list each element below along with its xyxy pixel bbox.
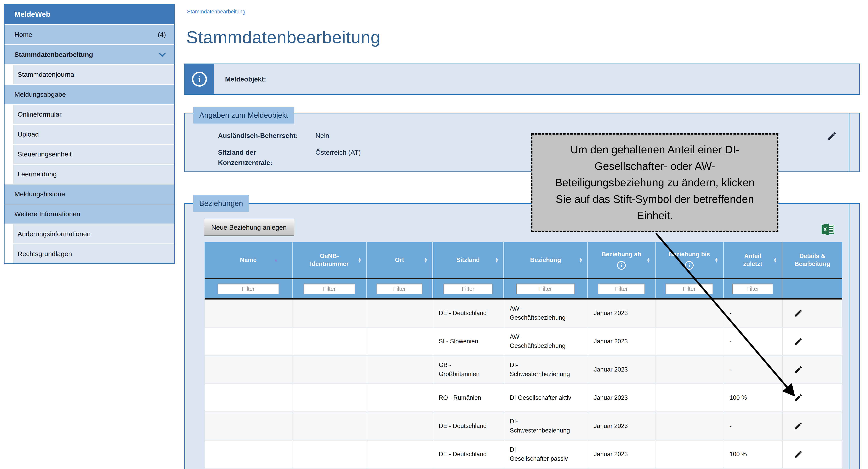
sidebar-item-änderungsinformationen[interactable]: Änderungsinformationen: [13, 224, 174, 244]
sidebar-item-weitere-informationen[interactable]: Weitere Informationen: [4, 205, 174, 223]
sidebar-item-home[interactable]: Home(4): [4, 25, 174, 44]
cell-anteil-zuletzt: -: [724, 328, 783, 355]
cell-text: AW-Geschäftsbeziehung: [510, 332, 571, 351]
cell-name: [205, 441, 293, 468]
filter-input-ort[interactable]: [377, 284, 422, 294]
panel-legend: Beziehungen: [193, 195, 249, 212]
field-label: Sitzland der Konzernzentrale:: [218, 147, 307, 168]
cell-beziehung-bis: [656, 356, 724, 383]
filter-input-beziehung-bis[interactable]: [665, 284, 713, 294]
column-label: Anteil zuletzt: [740, 252, 766, 268]
filter-cell: [367, 279, 433, 298]
cell-beziehung-ab: Januar 2023: [588, 384, 656, 411]
column-label: Sitzland: [456, 256, 480, 264]
breadcrumb[interactable]: Stammdatenbearbeitung: [187, 9, 245, 15]
column-header-sitzland[interactable]: Sitzland▲▼: [433, 242, 504, 278]
column-header-details-bearbeitung: Details & Bearbeitung: [782, 242, 842, 278]
sort-icon[interactable]: ▲▼: [715, 257, 718, 262]
sidebar-item-steuerungseinheit[interactable]: Steuerungseinheit: [13, 145, 174, 164]
column-header-beziehung-ab[interactable]: Beziehung abi▲▼: [588, 242, 655, 278]
sidebar-item-leermeldung[interactable]: Leermeldung: [13, 164, 174, 184]
sidebar-item-label: Rechtsgrundlagen: [18, 250, 72, 258]
panel-legend: Angaben zum Meldeobjekt: [193, 107, 294, 124]
cell-text: -: [730, 421, 732, 431]
row-edit-pencil-icon[interactable]: [794, 365, 803, 374]
filter-cell: [723, 279, 782, 298]
info-icon[interactable]: i: [685, 261, 693, 270]
row-edit-pencil-icon[interactable]: [794, 337, 803, 346]
cell-beziehung-ab: Januar 2023: [588, 356, 656, 383]
cell-details-bearbeitung: [783, 441, 843, 468]
table-row: RO - RumänienDI-Gesellschafter aktivJanu…: [205, 384, 842, 412]
info-icon[interactable]: i: [617, 261, 626, 270]
sort-icon[interactable]: ▲▼: [358, 257, 362, 262]
panel-inner-border: [849, 204, 849, 469]
row-edit-pencil-icon[interactable]: [794, 309, 803, 318]
column-label: Ort: [395, 256, 404, 264]
column-header-beziehung-bis[interactable]: Beziehung bisi▲▼: [655, 242, 723, 278]
table-row: DE - DeutschlandDI-SchwesternbeziehungJa…: [205, 412, 842, 441]
sidebar-item-label: Stammdatenjournal: [18, 71, 76, 78]
cell-ort: [367, 328, 433, 355]
panel-inner-border: [849, 114, 849, 171]
column-header-ort[interactable]: Ort▲▼: [367, 242, 433, 278]
sidebar-item-label: Onlineformular: [18, 111, 62, 118]
filter-input-name[interactable]: [218, 284, 279, 294]
table-row: GB - GroßbritannienDI-Schwesternbeziehun…: [205, 356, 842, 384]
row-edit-pencil-icon[interactable]: [794, 421, 803, 431]
filter-input-beziehung[interactable]: [516, 284, 575, 294]
sidebar-item-meldungsabgabe[interactable]: Meldungsabgabe: [4, 85, 174, 104]
cell-beziehung: AW-Geschäftsbeziehung: [504, 300, 588, 327]
cell-text: DE - Deutschland: [439, 450, 487, 459]
cell-details-bearbeitung: [783, 412, 843, 440]
filter-input-beziehung-ab[interactable]: [598, 284, 645, 294]
sidebar-item-upload[interactable]: Upload: [13, 125, 174, 144]
column-header-name[interactable]: Name▲: [205, 242, 292, 278]
cell-text: DI-Gesellschafter aktiv: [510, 393, 571, 403]
sort-icon[interactable]: ▲▼: [647, 257, 650, 262]
cell-ort: [367, 356, 433, 383]
cell-oenb-identnummer: [293, 356, 367, 383]
edit-meldeobjekt-pencil-icon[interactable]: [826, 131, 837, 142]
column-header-oenb-identnummer[interactable]: OeNB-Identnummer▲▼: [292, 242, 367, 278]
sidebar-item-onlineformular[interactable]: Onlineformular: [13, 105, 174, 124]
filter-input-sitzland[interactable]: [443, 284, 493, 294]
cell-ort: [367, 412, 433, 440]
cell-details-bearbeitung: [783, 300, 843, 327]
column-header-beziehung[interactable]: Beziehung▲▼: [504, 242, 588, 278]
sidebar-item-stammdatenbearbeitung[interactable]: Stammdatenbearbeitung: [4, 45, 174, 64]
sidebar-item-label: Leermeldung: [18, 170, 57, 178]
sort-icon[interactable]: ▲▼: [773, 257, 777, 262]
table-row: SI - SlowenienAW-GeschäftsbeziehungJanua…: [205, 328, 842, 356]
sidebar-item-label: Änderungsinformationen: [18, 230, 91, 238]
sort-icon[interactable]: ▲▼: [424, 257, 428, 262]
sidebar-item-label: Steuerungseinheit: [18, 150, 72, 158]
new-relation-button[interactable]: Neue Beziehung anlegen: [204, 219, 294, 236]
cell-details-bearbeitung: [783, 384, 843, 411]
column-label: Name: [240, 256, 256, 264]
meldeweb-page: MeldeWeb Home(4)StammdatenbearbeitungSta…: [0, 0, 868, 469]
filter-input-oenb-identnummer[interactable]: [304, 284, 355, 294]
cell-ort: [367, 300, 433, 327]
svg-text:X: X: [823, 226, 827, 232]
cell-ort: [367, 441, 433, 468]
sort-icon[interactable]: ▲▼: [495, 257, 498, 262]
filter-cell: [655, 279, 723, 298]
excel-export-icon[interactable]: X: [821, 222, 835, 236]
filter-cell: [433, 279, 504, 298]
field-label: Ausländisch-Beherrscht:: [218, 130, 307, 141]
row-edit-pencil-icon[interactable]: [794, 393, 803, 402]
sidebar-item-meldungshistorie[interactable]: Meldungshistorie: [4, 185, 174, 204]
column-header-anteil-zuletzt[interactable]: Anteil zuletzt▲▼: [723, 242, 782, 278]
row-edit-pencil-icon[interactable]: [794, 450, 803, 459]
top-divider: [187, 14, 868, 14]
filter-cell: [292, 279, 367, 298]
sidebar-item-rechtsgrundlagen[interactable]: Rechtsgrundlagen: [13, 244, 174, 263]
sort-ascending-icon[interactable]: ▲: [274, 257, 278, 263]
sort-icon[interactable]: ▲▼: [579, 257, 583, 262]
cell-beziehung: AW-Geschäftsbeziehung: [504, 328, 588, 355]
sidebar-item-stammdatenjournal[interactable]: Stammdatenjournal: [13, 65, 174, 84]
cell-oenb-identnummer: [293, 412, 367, 440]
cell-text: 100 %: [730, 450, 747, 459]
filter-input-anteil-zuletzt[interactable]: [732, 284, 773, 294]
